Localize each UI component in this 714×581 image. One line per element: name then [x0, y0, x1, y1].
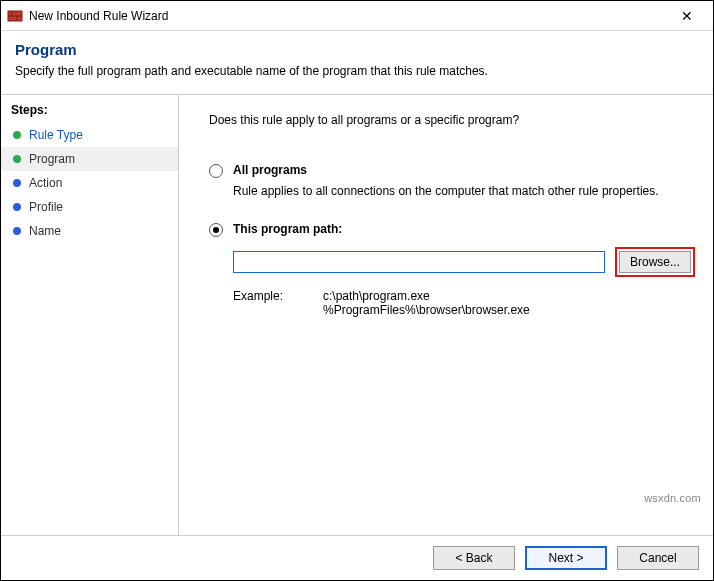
window-title: New Inbound Rule Wizard: [29, 9, 667, 23]
step-bullet-icon: [13, 131, 21, 139]
browse-highlight: Browse...: [615, 247, 695, 277]
option-all-programs[interactable]: All programs: [209, 163, 695, 178]
step-label: Name: [29, 224, 61, 238]
steps-heading: Steps:: [1, 101, 178, 123]
wizard-window: New Inbound Rule Wizard ✕ Program Specif…: [0, 0, 714, 581]
titlebar: New Inbound Rule Wizard ✕: [1, 1, 713, 31]
step-bullet-icon: [13, 179, 21, 187]
radio-icon[interactable]: [209, 223, 223, 237]
step-name[interactable]: Name: [1, 219, 178, 243]
step-rule-type[interactable]: Rule Type: [1, 123, 178, 147]
page-title: Program: [15, 41, 699, 58]
step-label: Rule Type: [29, 128, 83, 142]
option-all-title: All programs: [233, 163, 307, 177]
step-action[interactable]: Action: [1, 171, 178, 195]
browse-button[interactable]: Browse...: [619, 251, 691, 273]
wizard-header: Program Specify the full program path an…: [1, 31, 713, 94]
step-bullet-icon: [13, 227, 21, 235]
steps-sidebar: Steps: Rule Type Program Action Profile …: [1, 95, 179, 535]
example-paths: c:\path\program.exe %ProgramFiles%\brows…: [323, 289, 530, 317]
program-path-input[interactable]: [233, 251, 605, 273]
example-row: Example: c:\path\program.exe %ProgramFil…: [233, 289, 695, 317]
wizard-main: Does this rule apply to all programs or …: [179, 95, 713, 535]
step-label: Profile: [29, 200, 63, 214]
watermark: wsxdn.com: [644, 492, 701, 504]
wizard-body: Steps: Rule Type Program Action Profile …: [1, 95, 713, 535]
firewall-icon: [7, 8, 23, 24]
close-button[interactable]: ✕: [667, 2, 707, 30]
page-question: Does this rule apply to all programs or …: [209, 113, 695, 127]
program-path-row: Browse...: [233, 247, 695, 277]
option-path-title: This program path:: [233, 222, 342, 236]
page-subtitle: Specify the full program path and execut…: [15, 64, 699, 78]
wizard-footer: < Back Next > Cancel: [1, 535, 713, 580]
step-profile[interactable]: Profile: [1, 195, 178, 219]
step-program[interactable]: Program: [1, 147, 178, 171]
step-label: Program: [29, 152, 75, 166]
example-label: Example:: [233, 289, 293, 317]
step-bullet-icon: [13, 203, 21, 211]
option-this-program-path[interactable]: This program path:: [209, 222, 695, 237]
radio-icon[interactable]: [209, 164, 223, 178]
step-label: Action: [29, 176, 62, 190]
back-button[interactable]: < Back: [433, 546, 515, 570]
option-all-desc: Rule applies to all connections on the c…: [233, 184, 695, 198]
step-bullet-icon: [13, 155, 21, 163]
next-button[interactable]: Next >: [525, 546, 607, 570]
cancel-button[interactable]: Cancel: [617, 546, 699, 570]
